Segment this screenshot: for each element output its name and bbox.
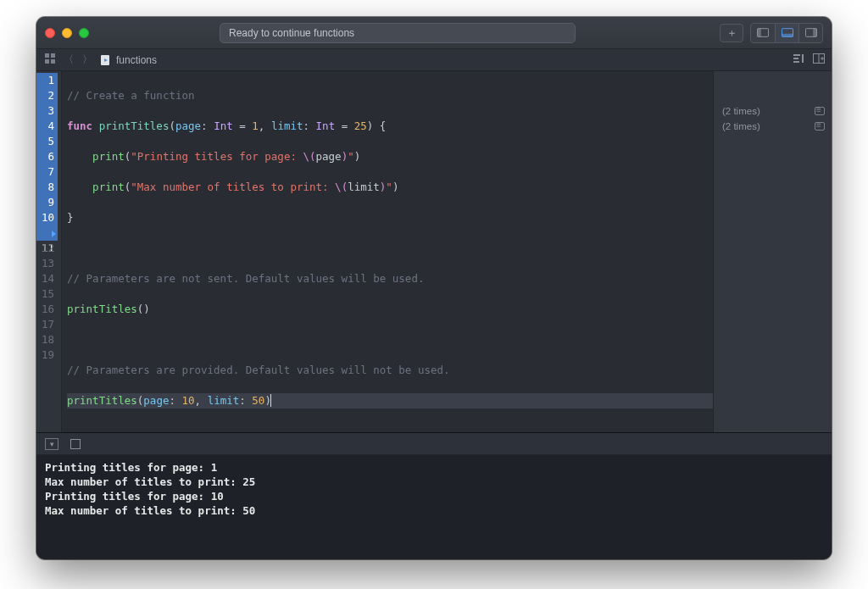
add-editor-icon[interactable] xyxy=(813,53,825,66)
text-cursor xyxy=(270,394,271,407)
line-number[interactable]: 8 xyxy=(36,180,58,195)
nav-back-icon[interactable]: 〈 xyxy=(62,53,75,67)
line-number[interactable]: 13 xyxy=(36,256,58,271)
console-line: Max number of titles to print: 25 xyxy=(45,475,823,489)
document-name[interactable]: functions xyxy=(116,54,157,66)
svg-rect-3 xyxy=(782,34,793,37)
line-number[interactable]: 9 xyxy=(36,195,58,210)
code-comment: // Create a function xyxy=(67,89,195,102)
main-area: 1 2 3 4 5 6 7 8 9 10 11 11 12 13 14 15 1… xyxy=(36,71,832,432)
console-output[interactable]: Printing titles for page: 1 Max number o… xyxy=(36,455,832,559)
code-area[interactable]: // Create a function func printTitles(pa… xyxy=(62,71,713,432)
maximize-window-button[interactable] xyxy=(79,28,89,38)
playground-file-icon xyxy=(99,54,111,66)
traffic-lights xyxy=(45,28,89,38)
activity-status-bar[interactable]: Ready to continue functions xyxy=(220,23,576,43)
titlebar-right-tools: ＋ xyxy=(720,23,823,43)
line-number[interactable]: 17 xyxy=(36,317,58,332)
code-comment: // Parameters are not sent. Default valu… xyxy=(67,272,424,285)
line-number[interactable]: 1 xyxy=(36,73,58,88)
line-number[interactable]: 2 xyxy=(36,88,58,103)
svg-rect-9 xyxy=(51,59,55,64)
status-message: Ready to continue functions xyxy=(229,27,354,39)
add-button[interactable]: ＋ xyxy=(720,24,743,42)
line-number[interactable]: 7 xyxy=(36,164,58,180)
related-items-icon[interactable] xyxy=(43,53,57,66)
line-number[interactable]: 14 xyxy=(36,271,58,286)
svg-rect-5 xyxy=(813,29,816,37)
svg-rect-11 xyxy=(793,54,800,56)
line-number[interactable]: 6 xyxy=(36,149,58,164)
svg-rect-13 xyxy=(793,61,799,63)
svg-rect-6 xyxy=(45,53,49,58)
line-number[interactable]: 16 xyxy=(36,302,58,317)
line-number[interactable]: 10 xyxy=(36,210,58,225)
titlebar: Ready to continue functions ＋ xyxy=(36,17,832,49)
result-label: (2 times) xyxy=(722,106,760,116)
xcode-playground-window: Ready to continue functions ＋ 〈 〉 xyxy=(36,17,832,559)
line-number[interactable]: 19 xyxy=(36,347,58,363)
panel-visibility-group xyxy=(750,23,823,43)
play-icon xyxy=(52,231,56,237)
results-sidebar[interactable]: (2 times) (2 times) xyxy=(713,71,832,432)
console-line: Max number of titles to print: 50 xyxy=(45,503,823,518)
right-panel-toggle[interactable] xyxy=(798,24,822,42)
console-line: Printing titles for page: 10 xyxy=(45,489,823,503)
result-row[interactable]: (2 times) xyxy=(714,119,832,134)
left-panel-toggle[interactable] xyxy=(751,24,775,42)
result-row[interactable]: (2 times) xyxy=(714,103,832,119)
nav-forward-icon[interactable]: 〉 xyxy=(81,53,94,67)
debug-area: ▾ Printing titles for page: 1 Max number… xyxy=(36,432,832,559)
debug-pane-toggle[interactable] xyxy=(70,439,81,449)
console-line: Printing titles for page: 1 xyxy=(45,460,823,475)
code-comment: // Parameters are provided. Default valu… xyxy=(67,364,450,376)
svg-rect-14 xyxy=(802,54,804,63)
code-editor[interactable]: 1 2 3 4 5 6 7 8 9 10 11 11 12 13 14 15 1… xyxy=(36,71,713,432)
line-number[interactable]: 18 xyxy=(36,332,58,347)
bottom-panel-toggle[interactable] xyxy=(775,24,798,42)
line-number[interactable]: 4 xyxy=(36,119,58,134)
debug-toolbar: ▾ xyxy=(36,433,832,455)
line-number[interactable]: 12 xyxy=(36,241,58,256)
close-window-button[interactable] xyxy=(45,28,55,38)
tab-bar: 〈 〉 functions xyxy=(36,49,832,71)
line-number[interactable]: 15 xyxy=(36,286,58,302)
svg-rect-7 xyxy=(51,53,55,58)
minimap-icon[interactable] xyxy=(793,53,804,66)
quicklook-icon[interactable] xyxy=(815,122,825,131)
svg-rect-12 xyxy=(793,58,798,59)
svg-rect-8 xyxy=(45,59,49,64)
line-number-gutter[interactable]: 1 2 3 4 5 6 7 8 9 10 11 11 12 13 14 15 1… xyxy=(36,71,62,432)
quicklook-icon[interactable] xyxy=(815,107,825,115)
result-label: (2 times) xyxy=(722,121,760,131)
line-number[interactable]: 3 xyxy=(36,103,58,119)
minimize-window-button[interactable] xyxy=(62,28,72,38)
debug-filter-dropdown[interactable]: ▾ xyxy=(45,438,58,450)
line-number[interactable]: 5 xyxy=(36,134,58,149)
svg-rect-1 xyxy=(757,29,760,37)
run-line-button[interactable]: 11 11 xyxy=(36,225,58,241)
